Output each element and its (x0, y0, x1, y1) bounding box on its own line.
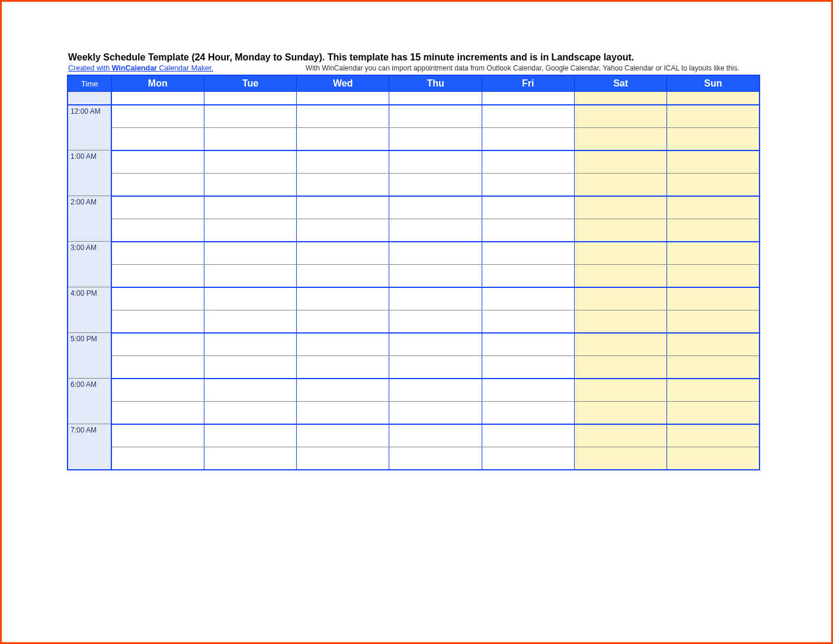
schedule-cell[interactable] (482, 127, 574, 150)
schedule-cell[interactable] (574, 242, 667, 265)
schedule-cell[interactable] (574, 219, 667, 242)
schedule-cell[interactable] (574, 127, 667, 150)
schedule-cell[interactable] (389, 264, 482, 287)
schedule-cell[interactable] (574, 150, 667, 174)
schedule-cell[interactable] (111, 401, 204, 424)
schedule-cell[interactable] (297, 150, 389, 174)
schedule-cell[interactable] (297, 105, 389, 128)
schedule-cell[interactable] (389, 92, 482, 105)
schedule-cell[interactable] (482, 310, 574, 333)
schedule-cell[interactable] (204, 379, 296, 402)
schedule-cell[interactable] (204, 150, 296, 174)
schedule-cell[interactable] (667, 150, 760, 174)
schedule-cell[interactable] (574, 379, 667, 402)
schedule-cell[interactable] (667, 219, 760, 242)
credit-link[interactable]: Created with WinCalendar Calendar Maker. (68, 64, 213, 72)
schedule-cell[interactable] (667, 127, 760, 150)
schedule-cell[interactable] (482, 379, 574, 402)
schedule-cell[interactable] (297, 173, 389, 196)
schedule-cell[interactable] (297, 310, 389, 333)
schedule-cell[interactable] (204, 196, 296, 219)
schedule-cell[interactable] (297, 196, 389, 219)
schedule-cell[interactable] (667, 355, 760, 379)
schedule-cell[interactable] (482, 355, 574, 379)
schedule-cell[interactable] (389, 355, 482, 379)
schedule-cell[interactable] (297, 333, 389, 356)
schedule-cell[interactable] (297, 379, 389, 402)
schedule-cell[interactable] (482, 173, 574, 196)
schedule-cell[interactable] (204, 310, 296, 333)
schedule-cell[interactable] (574, 424, 667, 447)
schedule-cell[interactable] (574, 355, 667, 379)
schedule-cell[interactable] (667, 92, 760, 105)
schedule-cell[interactable] (389, 219, 482, 242)
schedule-cell[interactable] (389, 424, 482, 447)
schedule-cell[interactable] (482, 196, 574, 219)
schedule-cell[interactable] (297, 447, 389, 470)
schedule-cell[interactable] (482, 447, 574, 470)
schedule-cell[interactable] (204, 242, 296, 265)
schedule-cell[interactable] (667, 173, 760, 196)
schedule-cell[interactable] (667, 424, 760, 447)
schedule-cell[interactable] (297, 264, 389, 287)
schedule-cell[interactable] (482, 242, 574, 265)
schedule-cell[interactable] (297, 287, 389, 310)
schedule-cell[interactable] (389, 287, 482, 310)
schedule-cell[interactable] (111, 447, 204, 470)
schedule-cell[interactable] (297, 355, 389, 379)
schedule-cell[interactable] (204, 92, 296, 105)
schedule-cell[interactable] (574, 92, 667, 105)
schedule-cell[interactable] (297, 219, 389, 242)
schedule-cell[interactable] (482, 287, 574, 310)
schedule-cell[interactable] (667, 310, 760, 333)
schedule-cell[interactable] (667, 401, 760, 424)
schedule-cell[interactable] (297, 424, 389, 447)
schedule-cell[interactable] (389, 242, 482, 265)
schedule-cell[interactable] (111, 264, 204, 287)
schedule-cell[interactable] (389, 310, 482, 333)
schedule-cell[interactable] (111, 219, 204, 242)
schedule-cell[interactable] (111, 242, 204, 265)
schedule-cell[interactable] (111, 424, 204, 447)
schedule-cell[interactable] (297, 242, 389, 265)
schedule-cell[interactable] (667, 242, 760, 265)
schedule-cell[interactable] (204, 127, 296, 150)
schedule-cell[interactable] (389, 379, 482, 402)
schedule-cell[interactable] (111, 287, 204, 310)
schedule-cell[interactable] (204, 105, 296, 128)
schedule-cell[interactable] (482, 92, 574, 105)
schedule-cell[interactable] (667, 196, 760, 219)
schedule-cell[interactable] (204, 424, 296, 447)
schedule-cell[interactable] (667, 447, 760, 470)
schedule-cell[interactable] (574, 173, 667, 196)
schedule-cell[interactable] (389, 173, 482, 196)
schedule-cell[interactable] (574, 287, 667, 310)
schedule-cell[interactable] (574, 310, 667, 333)
schedule-cell[interactable] (111, 196, 204, 219)
schedule-cell[interactable] (111, 150, 204, 174)
schedule-cell[interactable] (111, 333, 204, 356)
schedule-cell[interactable] (482, 424, 574, 447)
schedule-cell[interactable] (111, 379, 204, 402)
schedule-cell[interactable] (204, 401, 296, 424)
schedule-cell[interactable] (389, 333, 482, 356)
schedule-cell[interactable] (204, 355, 296, 379)
schedule-cell[interactable] (204, 264, 296, 287)
schedule-cell[interactable] (482, 401, 574, 424)
schedule-cell[interactable] (389, 401, 482, 424)
schedule-cell[interactable] (204, 173, 296, 196)
schedule-cell[interactable] (389, 127, 482, 150)
schedule-cell[interactable] (111, 355, 204, 379)
schedule-cell[interactable] (389, 447, 482, 470)
schedule-cell[interactable] (204, 333, 296, 356)
schedule-cell[interactable] (389, 150, 482, 174)
schedule-cell[interactable] (297, 127, 389, 150)
schedule-cell[interactable] (482, 264, 574, 287)
schedule-cell[interactable] (667, 287, 760, 310)
schedule-cell[interactable] (204, 287, 296, 310)
schedule-cell[interactable] (111, 127, 204, 150)
schedule-cell[interactable] (111, 105, 204, 128)
schedule-cell[interactable] (574, 447, 667, 470)
schedule-cell[interactable] (297, 92, 389, 105)
schedule-cell[interactable] (389, 105, 482, 128)
